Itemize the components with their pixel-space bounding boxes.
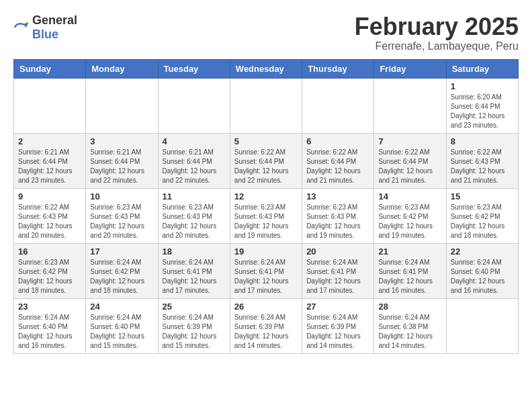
- calendar-week-row: 9Sunrise: 6:22 AM Sunset: 6:43 PM Daylig…: [14, 188, 519, 243]
- day-number: 22: [451, 246, 514, 257]
- day-number: 6: [306, 136, 369, 146]
- calendar-cell: 21Sunrise: 6:24 AM Sunset: 6:41 PM Dayli…: [374, 243, 446, 298]
- calendar-cell: 12Sunrise: 6:23 AM Sunset: 6:43 PM Dayli…: [230, 188, 302, 243]
- day-number: 4: [163, 136, 226, 146]
- weekday-header-monday: Monday: [86, 59, 158, 78]
- calendar-cell: 3Sunrise: 6:21 AM Sunset: 6:44 PM Daylig…: [86, 133, 158, 188]
- calendar-cell: 13Sunrise: 6:23 AM Sunset: 6:43 PM Dayli…: [302, 188, 374, 243]
- calendar-body: 1Sunrise: 6:20 AM Sunset: 6:44 PM Daylig…: [14, 78, 519, 353]
- day-info: Sunrise: 6:21 AM Sunset: 6:44 PM Dayligh…: [90, 148, 153, 185]
- day-info: Sunrise: 6:21 AM Sunset: 6:44 PM Dayligh…: [163, 148, 226, 185]
- day-info: Sunrise: 6:22 AM Sunset: 6:44 PM Dayligh…: [378, 148, 441, 185]
- day-info: Sunrise: 6:24 AM Sunset: 6:39 PM Dayligh…: [234, 313, 298, 351]
- day-number: 17: [90, 246, 153, 257]
- calendar-cell: 5Sunrise: 6:22 AM Sunset: 6:44 PM Daylig…: [230, 133, 302, 188]
- calendar-cell: [86, 78, 158, 133]
- calendar-cell: 27Sunrise: 6:24 AM Sunset: 6:39 PM Dayli…: [302, 298, 374, 353]
- day-info: Sunrise: 6:24 AM Sunset: 6:41 PM Dayligh…: [234, 258, 298, 295]
- day-number: 12: [234, 191, 298, 201]
- calendar-cell: 20Sunrise: 6:24 AM Sunset: 6:41 PM Dayli…: [302, 243, 374, 298]
- calendar-cell: 1Sunrise: 6:20 AM Sunset: 6:44 PM Daylig…: [446, 78, 518, 133]
- calendar-week-row: 16Sunrise: 6:23 AM Sunset: 6:42 PM Dayli…: [14, 243, 519, 298]
- calendar-cell: 25Sunrise: 6:24 AM Sunset: 6:39 PM Dayli…: [158, 298, 230, 353]
- calendar-cell: 14Sunrise: 6:23 AM Sunset: 6:42 PM Dayli…: [374, 188, 446, 243]
- calendar-cell: 2Sunrise: 6:21 AM Sunset: 6:44 PM Daylig…: [14, 133, 86, 188]
- calendar-week-row: 23Sunrise: 6:24 AM Sunset: 6:40 PM Dayli…: [14, 298, 519, 353]
- calendar-cell: 19Sunrise: 6:24 AM Sunset: 6:41 PM Dayli…: [230, 243, 302, 298]
- day-info: Sunrise: 6:23 AM Sunset: 6:42 PM Dayligh…: [18, 258, 81, 295]
- day-info: Sunrise: 6:24 AM Sunset: 6:39 PM Dayligh…: [306, 313, 369, 351]
- calendar-week-row: 2Sunrise: 6:21 AM Sunset: 6:44 PM Daylig…: [14, 133, 519, 188]
- day-info: Sunrise: 6:21 AM Sunset: 6:44 PM Dayligh…: [18, 148, 81, 185]
- day-info: Sunrise: 6:20 AM Sunset: 6:44 PM Dayligh…: [451, 93, 514, 130]
- day-number: 8: [451, 136, 514, 146]
- weekday-header-saturday: Saturday: [446, 59, 518, 78]
- logo: General Blue: [13, 13, 77, 42]
- day-info: Sunrise: 6:23 AM Sunset: 6:43 PM Dayligh…: [234, 203, 298, 240]
- day-info: Sunrise: 6:24 AM Sunset: 6:40 PM Dayligh…: [451, 258, 514, 295]
- day-number: 19: [234, 246, 298, 257]
- calendar-cell: [302, 78, 374, 133]
- calendar-table: SundayMondayTuesdayWednesdayThursdayFrid…: [13, 59, 519, 354]
- day-number: 13: [306, 191, 369, 201]
- day-number: 15: [451, 191, 514, 201]
- day-info: Sunrise: 6:24 AM Sunset: 6:41 PM Dayligh…: [163, 258, 226, 295]
- header: General Blue February 2025 Ferrenafe, La…: [13, 13, 519, 52]
- calendar-cell: 4Sunrise: 6:21 AM Sunset: 6:44 PM Daylig…: [158, 133, 230, 188]
- calendar-cell: 22Sunrise: 6:24 AM Sunset: 6:40 PM Dayli…: [446, 243, 518, 298]
- day-info: Sunrise: 6:24 AM Sunset: 6:39 PM Dayligh…: [163, 313, 226, 351]
- calendar-cell: 10Sunrise: 6:23 AM Sunset: 6:43 PM Dayli…: [86, 188, 158, 243]
- logo-blue: Blue: [32, 28, 58, 41]
- title-section: February 2025 Ferrenafe, Lambayeque, Per…: [355, 13, 519, 52]
- day-info: Sunrise: 6:24 AM Sunset: 6:42 PM Dayligh…: [90, 258, 153, 295]
- calendar-title: February 2025: [355, 13, 519, 40]
- day-info: Sunrise: 6:22 AM Sunset: 6:43 PM Dayligh…: [18, 203, 81, 240]
- day-number: 10: [90, 191, 153, 201]
- calendar-cell: 15Sunrise: 6:23 AM Sunset: 6:42 PM Dayli…: [446, 188, 518, 243]
- weekday-header-wednesday: Wednesday: [230, 59, 302, 78]
- day-number: 1: [451, 81, 514, 91]
- calendar-cell: 6Sunrise: 6:22 AM Sunset: 6:44 PM Daylig…: [302, 133, 374, 188]
- day-info: Sunrise: 6:22 AM Sunset: 6:44 PM Dayligh…: [306, 148, 369, 185]
- day-info: Sunrise: 6:24 AM Sunset: 6:41 PM Dayligh…: [378, 258, 441, 295]
- calendar-cell: 26Sunrise: 6:24 AM Sunset: 6:39 PM Dayli…: [230, 298, 302, 353]
- weekday-header-sunday: Sunday: [14, 59, 86, 78]
- calendar-cell: 23Sunrise: 6:24 AM Sunset: 6:40 PM Dayli…: [14, 298, 86, 353]
- calendar-cell: [374, 78, 446, 133]
- calendar-cell: 11Sunrise: 6:23 AM Sunset: 6:43 PM Dayli…: [158, 188, 230, 243]
- day-info: Sunrise: 6:23 AM Sunset: 6:42 PM Dayligh…: [378, 203, 441, 240]
- calendar-cell: 28Sunrise: 6:24 AM Sunset: 6:38 PM Dayli…: [374, 298, 446, 353]
- day-info: Sunrise: 6:23 AM Sunset: 6:43 PM Dayligh…: [306, 203, 369, 240]
- weekday-header-thursday: Thursday: [302, 59, 374, 78]
- day-number: 25: [163, 302, 226, 312]
- day-number: 18: [163, 246, 226, 257]
- day-number: 20: [306, 246, 369, 257]
- day-number: 28: [378, 302, 441, 312]
- calendar-header: SundayMondayTuesdayWednesdayThursdayFrid…: [14, 59, 519, 78]
- generalblue-icon: [13, 21, 30, 34]
- weekday-header-row: SundayMondayTuesdayWednesdayThursdayFrid…: [14, 59, 519, 78]
- day-number: 2: [18, 136, 81, 146]
- day-info: Sunrise: 6:24 AM Sunset: 6:40 PM Dayligh…: [18, 313, 81, 351]
- day-number: 16: [18, 246, 81, 257]
- day-info: Sunrise: 6:23 AM Sunset: 6:43 PM Dayligh…: [163, 203, 226, 240]
- day-info: Sunrise: 6:23 AM Sunset: 6:43 PM Dayligh…: [90, 203, 153, 240]
- day-number: 14: [378, 191, 441, 201]
- logo-general: General: [32, 13, 77, 27]
- day-number: 24: [90, 302, 153, 312]
- calendar-cell: 9Sunrise: 6:22 AM Sunset: 6:43 PM Daylig…: [14, 188, 86, 243]
- calendar-subtitle: Ferrenafe, Lambayeque, Peru: [355, 40, 519, 52]
- day-info: Sunrise: 6:24 AM Sunset: 6:38 PM Dayligh…: [378, 313, 441, 351]
- calendar-cell: 16Sunrise: 6:23 AM Sunset: 6:42 PM Dayli…: [14, 243, 86, 298]
- weekday-header-tuesday: Tuesday: [158, 59, 230, 78]
- day-number: 21: [378, 246, 441, 257]
- day-info: Sunrise: 6:22 AM Sunset: 6:43 PM Dayligh…: [451, 148, 514, 185]
- calendar-cell: [14, 78, 86, 133]
- day-number: 3: [90, 136, 153, 146]
- calendar-cell: 18Sunrise: 6:24 AM Sunset: 6:41 PM Dayli…: [158, 243, 230, 298]
- weekday-header-friday: Friday: [374, 59, 446, 78]
- calendar-cell: 17Sunrise: 6:24 AM Sunset: 6:42 PM Dayli…: [86, 243, 158, 298]
- calendar-cell: 7Sunrise: 6:22 AM Sunset: 6:44 PM Daylig…: [374, 133, 446, 188]
- calendar-cell: 24Sunrise: 6:24 AM Sunset: 6:40 PM Dayli…: [86, 298, 158, 353]
- day-number: 9: [18, 191, 81, 201]
